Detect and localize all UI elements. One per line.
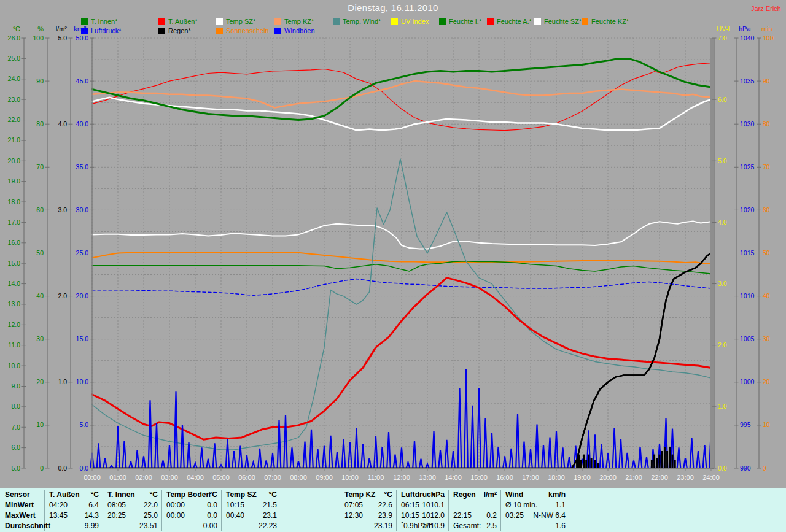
svg-text:10:00: 10:00 bbox=[341, 474, 359, 481]
svg-text:50.0: 50.0 bbox=[76, 34, 89, 42]
svg-text:45.0: 45.0 bbox=[76, 77, 89, 85]
svg-text:90: 90 bbox=[36, 77, 44, 85]
stat-cell: °C bbox=[107, 490, 158, 499]
svg-text:1025: 1025 bbox=[740, 163, 755, 171]
svg-text:09:00: 09:00 bbox=[316, 474, 333, 481]
svg-text:08:00: 08:00 bbox=[290, 474, 307, 481]
grid bbox=[92, 38, 711, 468]
stat-cell: 9.99 bbox=[49, 522, 99, 531]
svg-text:1015: 1015 bbox=[740, 249, 755, 256]
svg-text:70: 70 bbox=[36, 163, 44, 171]
axis-unit-label: % bbox=[37, 25, 44, 33]
stat-cell: Durchschnitt bbox=[5, 522, 50, 531]
svg-text:13.0: 13.0 bbox=[8, 300, 21, 307]
svg-text:5.0: 5.0 bbox=[11, 465, 20, 472]
stat-cell: °C bbox=[49, 490, 99, 499]
stat-cell: °C bbox=[226, 490, 277, 499]
svg-text:1020: 1020 bbox=[740, 206, 755, 214]
stat-cell: MinWert bbox=[5, 501, 34, 510]
stat-cell: 23.9 bbox=[344, 511, 392, 520]
stat-cell: 25.0 bbox=[107, 511, 158, 520]
weather-chart: 5.06.07.08.09.010.011.012.013.014.015.01… bbox=[0, 0, 786, 488]
svg-text:6.0: 6.0 bbox=[718, 96, 727, 103]
svg-text:13:00: 13:00 bbox=[419, 474, 436, 481]
svg-text:24:00: 24:00 bbox=[702, 474, 720, 481]
svg-text:80: 80 bbox=[36, 120, 44, 128]
svg-text:0.0: 0.0 bbox=[58, 465, 67, 472]
svg-text:01:00: 01:00 bbox=[109, 474, 126, 481]
svg-text:16.0: 16.0 bbox=[8, 239, 21, 246]
svg-text:10: 10 bbox=[36, 421, 44, 428]
svg-text:1.0: 1.0 bbox=[58, 378, 67, 385]
svg-text:14.0: 14.0 bbox=[8, 280, 21, 287]
svg-text:07:00: 07:00 bbox=[264, 474, 281, 481]
table-separator bbox=[500, 490, 501, 531]
svg-text:22.0: 22.0 bbox=[8, 116, 21, 123]
svg-text:30: 30 bbox=[763, 335, 770, 342]
svg-text:19:00: 19:00 bbox=[574, 474, 591, 481]
svg-text:20: 20 bbox=[763, 378, 770, 385]
svg-text:60: 60 bbox=[36, 206, 44, 214]
stat-cell: 1010.1 bbox=[401, 501, 445, 510]
stat-cell: km/h bbox=[505, 490, 566, 499]
svg-text:1010: 1010 bbox=[740, 292, 755, 299]
stat-cell: N-NW 6.4 bbox=[505, 511, 566, 520]
svg-text:30.0: 30.0 bbox=[76, 206, 89, 214]
stats-table: SensorMinWertMaxWertDurchschnittT. Außen… bbox=[0, 488, 786, 532]
stat-cell: 1012.0 bbox=[401, 511, 445, 520]
svg-text:25.0: 25.0 bbox=[8, 55, 21, 62]
svg-text:1000: 1000 bbox=[740, 378, 755, 385]
svg-text:50: 50 bbox=[36, 249, 44, 256]
axis-unit-label: °C bbox=[13, 25, 20, 33]
svg-text:03:00: 03:00 bbox=[161, 474, 178, 481]
svg-text:990: 990 bbox=[740, 465, 751, 472]
svg-text:40: 40 bbox=[763, 292, 770, 299]
svg-text:7.0: 7.0 bbox=[11, 423, 20, 431]
svg-text:14:00: 14:00 bbox=[445, 474, 462, 481]
table-separator bbox=[221, 490, 222, 531]
svg-text:15.0: 15.0 bbox=[8, 260, 21, 267]
svg-text:90: 90 bbox=[763, 77, 770, 85]
svg-text:20.0: 20.0 bbox=[76, 292, 89, 299]
table-separator bbox=[281, 490, 281, 531]
svg-text:9.0: 9.0 bbox=[11, 382, 20, 390]
svg-text:0.0: 0.0 bbox=[79, 465, 88, 472]
x-axis-labels: 00:0001:0002:0003:0004:0005:0006:0007:00… bbox=[84, 468, 720, 481]
svg-text:40.0: 40.0 bbox=[76, 120, 89, 128]
stat-cell: 6.4 bbox=[49, 501, 99, 510]
axis-unit-label: l/m² bbox=[56, 25, 68, 33]
table-separator bbox=[448, 490, 449, 531]
stat-cell: 22.6 bbox=[344, 501, 392, 510]
stat-cell: 23.19 bbox=[344, 522, 392, 531]
stat-cell: 23.1 bbox=[226, 511, 277, 520]
svg-text:20: 20 bbox=[36, 378, 44, 385]
svg-text:15:00: 15:00 bbox=[470, 474, 488, 481]
svg-text:10.0: 10.0 bbox=[76, 378, 89, 385]
svg-text:70: 70 bbox=[763, 163, 770, 171]
stat-cell: °C bbox=[344, 490, 392, 499]
svg-text:21:00: 21:00 bbox=[625, 474, 642, 481]
stat-cell: 22.0 bbox=[107, 501, 158, 510]
svg-text:00:00: 00:00 bbox=[84, 474, 101, 481]
svg-text:22:00: 22:00 bbox=[651, 474, 668, 481]
axis-unit-label: hPa bbox=[739, 25, 751, 33]
svg-text:24.0: 24.0 bbox=[8, 75, 21, 82]
stat-cell: °C bbox=[166, 490, 217, 499]
stat-cell: 1.6 bbox=[505, 522, 566, 531]
svg-text:1.0: 1.0 bbox=[718, 403, 727, 410]
svg-text:16:00: 16:00 bbox=[496, 474, 513, 481]
stat-cell: l/m² bbox=[453, 490, 497, 499]
svg-text:12.0: 12.0 bbox=[8, 321, 21, 328]
svg-text:04:00: 04:00 bbox=[187, 474, 204, 481]
svg-text:21.0: 21.0 bbox=[8, 136, 21, 144]
svg-text:4.0: 4.0 bbox=[58, 120, 67, 128]
svg-text:02:00: 02:00 bbox=[135, 474, 152, 481]
svg-text:5.0: 5.0 bbox=[58, 34, 67, 42]
svg-text:7.0: 7.0 bbox=[718, 34, 727, 42]
table-separator bbox=[103, 490, 103, 531]
svg-text:26.0: 26.0 bbox=[8, 34, 21, 42]
svg-text:18:00: 18:00 bbox=[548, 474, 565, 481]
svg-text:2.0: 2.0 bbox=[718, 341, 727, 349]
svg-text:100: 100 bbox=[33, 34, 44, 42]
svg-text:995: 995 bbox=[740, 421, 751, 428]
